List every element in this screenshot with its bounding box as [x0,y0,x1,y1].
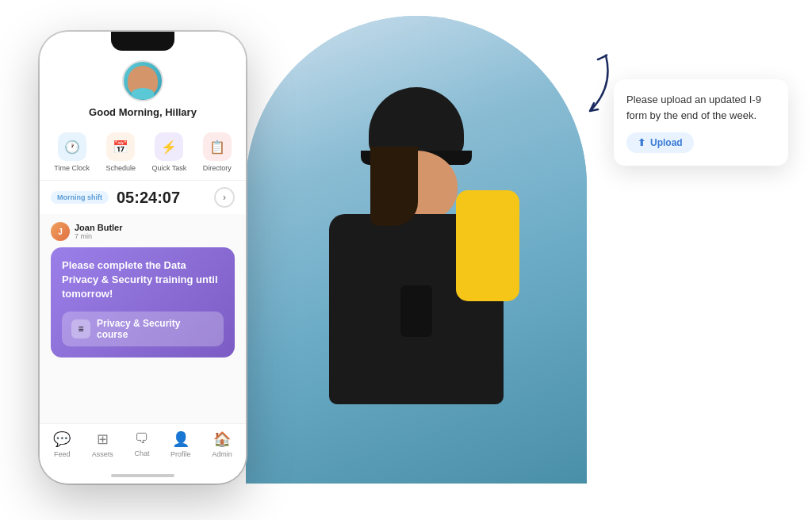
shift-arrow-button[interactable]: › [214,187,235,208]
sender-time: 7 min [75,232,123,240]
backpack [456,190,519,301]
profile-icon: 👤 [172,430,190,448]
greeting-text: Good Morning, Hillary [89,106,197,118]
phone-mockup: Good Morning, Hillary 🕐 Time Clock 📅 Sch… [40,32,246,484]
course-label: Privacy & Security course [97,318,214,340]
upload-icon: ⬆ [638,137,645,148]
sender-name: Joan Butler [75,223,123,232]
nav-admin[interactable]: 🏠 Admin [212,430,232,458]
message-text: Please complete the Data Privacy & Secur… [62,258,224,302]
shift-bar: Morning shift 05:24:07 › [40,180,246,214]
feed-icon: 💬 [53,430,71,448]
action-schedule[interactable]: 📅 Schedule [105,132,136,172]
message-area: J Joan Butler 7 min Please complete the … [40,214,246,423]
quick-actions: 🕐 Time Clock 📅 Schedule ⚡ Quick Task 📋 D… [40,124,246,180]
course-icon: ≡ [71,319,90,338]
nav-feed[interactable]: 💬 Feed [53,430,71,458]
shift-time: 05:24:07 [117,189,206,207]
notification-text: Please upload an updated I-9 form by the… [626,92,776,123]
arrow-decoration [550,48,622,127]
time-clock-icon: 🕐 [58,132,86,161]
quick-task-icon: ⚡ [155,132,183,161]
directory-icon: 📋 [203,132,232,161]
phone-notch [111,32,174,51]
upload-label: Upload [650,137,683,148]
nav-assets[interactable]: ⊞ Assets [92,430,113,458]
hero-arch [246,16,587,484]
nav-chat[interactable]: 🗨 Chat [134,430,149,458]
bottom-nav: 💬 Feed ⊞ Assets 🗨 Chat 👤 Profile 🏠 Admin [40,423,246,471]
action-time-clock[interactable]: 🕐 Time Clock [54,132,90,172]
action-quick-task[interactable]: ⚡ Quick Task [151,132,186,172]
upload-button[interactable]: ⬆ Upload [626,132,694,153]
nav-profile[interactable]: 👤 Profile [170,430,191,458]
sender-avatar: J [51,222,70,241]
message-card: Please complete the Data Privacy & Secur… [51,247,235,358]
schedule-icon: 📅 [106,132,135,161]
notification-card: Please upload an updated I-9 form by the… [614,79,788,166]
admin-icon: 🏠 [213,430,231,448]
avatar [122,60,163,101]
profile-section: Good Morning, Hillary [40,51,246,124]
action-directory[interactable]: 📋 Directory [203,132,232,172]
chat-icon: 🗨 [135,430,149,447]
message-sender-row: J Joan Butler 7 min [51,222,235,241]
hair [370,147,418,226]
shift-badge: Morning shift [51,191,109,204]
home-indicator [111,474,174,477]
assets-icon: ⊞ [97,430,109,448]
held-phone [400,285,432,337]
course-button[interactable]: ≡ Privacy & Security course [62,312,224,346]
